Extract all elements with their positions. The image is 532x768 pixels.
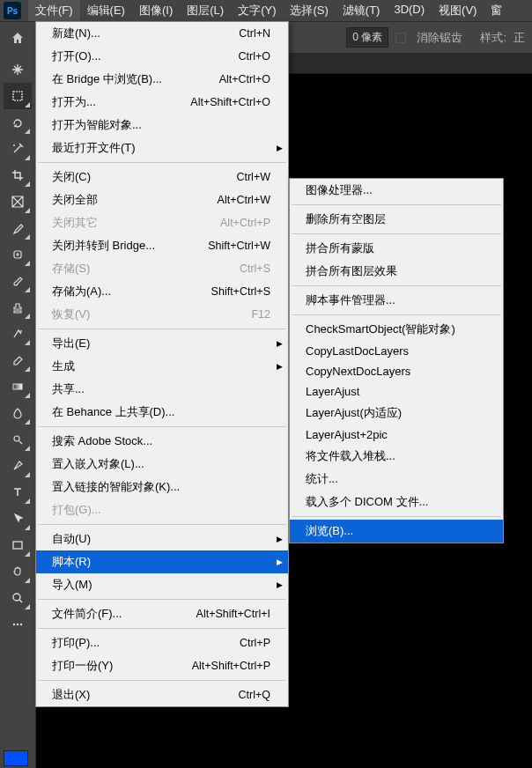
move-tool[interactable] xyxy=(4,56,32,83)
style-value: 正 xyxy=(514,30,525,46)
scripts-submenu-item-11[interactable]: CopyNextDocLayers xyxy=(290,361,503,381)
frame-tool[interactable] xyxy=(4,188,32,215)
file-menu-item-9: 关闭其它Alt+Ctrl+P xyxy=(36,211,288,234)
file-menu-item-4[interactable]: 打开为智能对象... xyxy=(36,114,288,137)
svg-point-8 xyxy=(13,624,15,625)
menu-item-label: 共享... xyxy=(52,381,85,397)
brush-tool[interactable] xyxy=(4,268,32,294)
scripts-submenu-item-7[interactable]: 脚本事件管理器... xyxy=(290,289,503,312)
menu-item-label: 将文件载入堆栈... xyxy=(306,448,395,464)
eraser-tool[interactable] xyxy=(4,347,32,373)
scripts-submenu-item-12[interactable]: LayerAjust xyxy=(290,381,503,402)
menu-item-label: 文件简介(F)... xyxy=(52,606,122,622)
scripts-submenu-item-13[interactable]: LayerAjust(内适应) xyxy=(290,402,503,425)
file-menu-item-17[interactable]: 共享... xyxy=(36,378,288,401)
scripts-submenu-item-0[interactable]: 图像处理器... xyxy=(290,179,503,202)
menu-item-label: 导出(E) xyxy=(52,336,90,351)
menubar-item-6[interactable]: 滤镜(T) xyxy=(336,0,388,21)
antialias-label: 消除锯齿 xyxy=(417,30,462,46)
file-menu-item-10[interactable]: 关闭并转到 Bridge...Shift+Ctrl+W xyxy=(36,234,288,257)
svg-point-10 xyxy=(20,624,22,625)
lasso-tool[interactable] xyxy=(4,109,32,136)
menu-item-label: 关闭(C) xyxy=(52,169,91,185)
file-menu-item-1[interactable]: 打开(O)...Ctrl+O xyxy=(36,45,288,68)
rectangle-tool[interactable] xyxy=(4,532,32,558)
dodge-tool[interactable] xyxy=(4,426,32,453)
scripts-submenu-item-5[interactable]: 拼合所有图层效果 xyxy=(290,260,503,283)
wand-tool[interactable] xyxy=(4,136,32,162)
menu-item-label: 脚本事件管理器... xyxy=(306,292,395,308)
file-menu-item-31[interactable]: 打印(P)...Ctrl+P xyxy=(36,631,288,654)
svg-point-7 xyxy=(13,594,20,601)
file-menu-item-0[interactable]: 新建(N)...Ctrl+N xyxy=(36,22,288,45)
scripts-submenu-item-4[interactable]: 拼合所有蒙版 xyxy=(290,237,503,260)
scripts-submenu-item-9[interactable]: CheckSmartObject(智能对象) xyxy=(290,318,503,341)
menubar-item-1[interactable]: 编辑(E) xyxy=(80,0,132,21)
file-menu-item-5[interactable]: 最近打开文件(T) xyxy=(36,137,288,159)
scripts-submenu-item-2[interactable]: 删除所有空图层 xyxy=(290,208,503,231)
scripts-submenu-item-19[interactable]: 浏览(B)... xyxy=(290,520,503,543)
eyedropper-tool[interactable] xyxy=(4,215,32,241)
file-menu-item-12[interactable]: 存储为(A)...Shift+Ctrl+S xyxy=(36,280,288,303)
menu-item-label: CopyNextDocLayers xyxy=(306,365,410,378)
menu-item-label: 打开(O)... xyxy=(52,48,101,64)
heal-tool[interactable] xyxy=(4,241,32,268)
pen-tool[interactable] xyxy=(4,453,32,479)
antialias-checkbox[interactable] xyxy=(395,33,406,43)
menu-item-shortcut: Alt+Ctrl+P xyxy=(220,217,270,229)
file-menu: 新建(N)...Ctrl+N打开(O)...Ctrl+O在 Bridge 中浏览… xyxy=(35,21,289,707)
menu-item-label: 导入(M) xyxy=(52,577,92,593)
foreground-color-swatch[interactable] xyxy=(4,750,28,766)
crop-tool[interactable] xyxy=(4,162,32,188)
file-menu-item-8[interactable]: 关闭全部Alt+Ctrl+W xyxy=(36,188,288,211)
scripts-submenu-item-10[interactable]: CopyLastDocLayers xyxy=(290,341,503,361)
scripts-submenu-item-14[interactable]: LayerAjust+2pic xyxy=(290,425,503,445)
menubar-item-5[interactable]: 选择(S) xyxy=(283,0,335,21)
file-menu-item-2[interactable]: 在 Bridge 中浏览(B)...Alt+Ctrl+O xyxy=(36,68,288,91)
menu-item-shortcut: Ctrl+Q xyxy=(239,689,270,701)
zoom-tool[interactable] xyxy=(4,585,32,611)
file-menu-item-34[interactable]: 退出(X)Ctrl+Q xyxy=(36,683,288,706)
menubar-item-0[interactable]: 文件(F) xyxy=(28,0,80,21)
menu-item-shortcut: Shift+Ctrl+S xyxy=(211,285,270,298)
more-tool[interactable] xyxy=(4,611,32,638)
stamp-tool[interactable] xyxy=(4,294,32,321)
menu-item-label: 新建(N)... xyxy=(52,26,100,41)
gradient-tool[interactable] xyxy=(4,373,32,400)
file-menu-item-20[interactable]: 搜索 Adobe Stock... xyxy=(36,430,288,453)
menu-item-label: 存储为(A)... xyxy=(52,284,111,299)
blur-tool[interactable] xyxy=(4,400,32,426)
file-menu-item-29[interactable]: 文件简介(F)...Alt+Shift+Ctrl+I xyxy=(36,602,288,625)
marquee-tool[interactable] xyxy=(4,83,32,109)
menu-item-label: CheckSmartObject(智能对象) xyxy=(306,321,455,337)
menubar-item-8[interactable]: 视图(V) xyxy=(432,0,484,21)
file-menu-item-18[interactable]: 在 Behance 上共享(D)... xyxy=(36,401,288,424)
file-menu-item-15[interactable]: 导出(E) xyxy=(36,332,288,355)
menubar-item-2[interactable]: 图像(I) xyxy=(132,0,180,21)
file-menu-item-27[interactable]: 导入(M) xyxy=(36,573,288,596)
file-menu-item-32[interactable]: 打印一份(Y)Alt+Shift+Ctrl+P xyxy=(36,654,288,677)
scripts-submenu-item-15[interactable]: 将文件载入堆栈... xyxy=(290,445,503,468)
file-menu-item-22[interactable]: 置入链接的智能对象(K)... xyxy=(36,476,288,498)
menubar-item-3[interactable]: 图层(L) xyxy=(180,0,231,21)
file-menu-item-3[interactable]: 打开为...Alt+Shift+Ctrl+O xyxy=(36,91,288,114)
menubar-item-9[interactable]: 窗 xyxy=(484,0,509,21)
file-menu-item-26[interactable]: 脚本(R) xyxy=(36,550,288,573)
path-select-tool[interactable] xyxy=(4,506,32,532)
file-menu-item-21[interactable]: 置入嵌入对象(L)... xyxy=(36,453,288,476)
type-tool[interactable] xyxy=(4,479,32,506)
menubar-item-7[interactable]: 3D(D) xyxy=(387,0,432,21)
hand-tool[interactable] xyxy=(4,558,32,585)
menu-item-label: 拼合所有图层效果 xyxy=(306,263,397,279)
home-icon[interactable] xyxy=(7,27,28,48)
file-menu-separator xyxy=(38,599,286,600)
history-tool[interactable] xyxy=(4,321,32,347)
scripts-submenu-item-16[interactable]: 统计... xyxy=(290,468,503,491)
scripts-submenu-item-17[interactable]: 载入多个 DICOM 文件... xyxy=(290,491,503,513)
file-menu-item-16[interactable]: 生成 xyxy=(36,355,288,378)
file-menu-item-25[interactable]: 自动(U) xyxy=(36,528,288,550)
style-label: 样式: xyxy=(480,30,506,46)
pixel-value-field[interactable]: 0 像素 xyxy=(346,27,388,48)
menubar-item-4[interactable]: 文字(Y) xyxy=(231,0,283,21)
file-menu-item-7[interactable]: 关闭(C)Ctrl+W xyxy=(36,166,288,188)
